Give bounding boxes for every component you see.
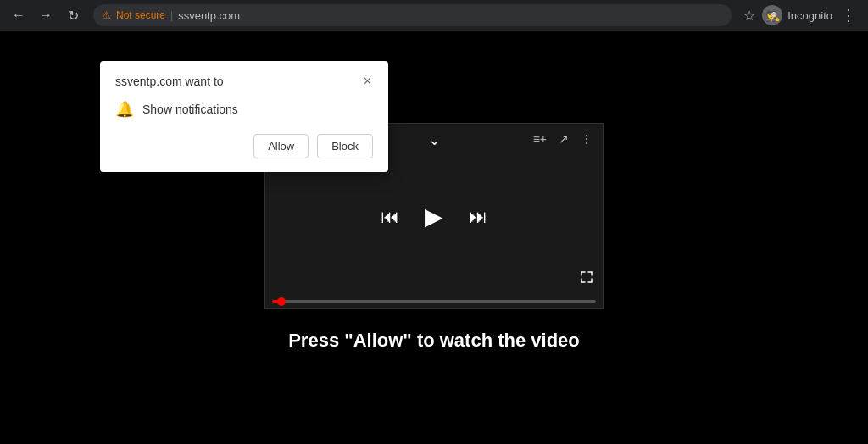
incognito-icon: 🕵 — [762, 5, 782, 25]
reload-button[interactable]: ↻ — [61, 3, 85, 27]
incognito-label: Incognito — [787, 9, 832, 22]
popup-buttons: Allow Block — [115, 134, 373, 158]
popup-header: ssventp.com want to × — [115, 75, 373, 88]
notification-popup: ssventp.com want to × 🔔 Show notificatio… — [100, 61, 388, 172]
progress-bar[interactable] — [272, 300, 596, 303]
permission-text: Show notifications — [142, 103, 238, 116]
chevron-down-icon[interactable]: ⌄ — [428, 130, 441, 149]
more-icon[interactable]: ⋮ — [581, 132, 593, 146]
bell-icon: 🔔 — [115, 100, 134, 119]
fullscreen-button[interactable] — [579, 269, 594, 288]
page-content: ⌄ ≡+ ↗ ⋮ ⏮ ▶ ⏭ Press "Allow" to watch th… — [0, 31, 868, 444]
forward-button[interactable]: → — [34, 3, 58, 27]
not-secure-label: Not secure — [116, 9, 165, 21]
popup-title: ssventp.com want to — [115, 75, 224, 88]
allow-button[interactable]: Allow — [253, 134, 309, 158]
chrome-toolbar: ← → ↻ ⚠ Not secure | ssventp.com ☆ 🕵 Inc… — [0, 0, 868, 31]
popup-permission-row: 🔔 Show notifications — [115, 100, 373, 119]
video-controls: ⏮ ▶ ⏭ — [381, 203, 487, 230]
play-button[interactable]: ▶ — [425, 203, 443, 230]
progress-dot — [277, 297, 286, 306]
skip-forward-button[interactable]: ⏭ — [469, 205, 487, 227]
url-text: ssventp.com — [178, 9, 240, 22]
separator: | — [170, 9, 173, 21]
chrome-menu-button[interactable]: ⋮ — [836, 3, 861, 28]
bookmark-button[interactable]: ☆ — [740, 4, 759, 27]
share-icon[interactable]: ↗ — [559, 132, 569, 146]
playlist-icon[interactable]: ≡+ — [533, 132, 547, 146]
block-button[interactable]: Block — [317, 134, 373, 158]
press-allow-text: Press "Allow" to watch the video — [288, 330, 580, 352]
popup-close-button[interactable]: × — [362, 75, 373, 88]
skip-back-button[interactable]: ⏮ — [381, 205, 399, 227]
back-button[interactable]: ← — [7, 3, 31, 27]
video-top-bar: ≡+ ↗ ⋮ — [523, 124, 603, 154]
address-bar[interactable]: ⚠ Not secure | ssventp.com — [93, 4, 732, 26]
progress-fill — [272, 300, 281, 303]
not-secure-icon: ⚠ — [102, 9, 111, 21]
incognito-area: 🕵 Incognito — [762, 5, 832, 25]
